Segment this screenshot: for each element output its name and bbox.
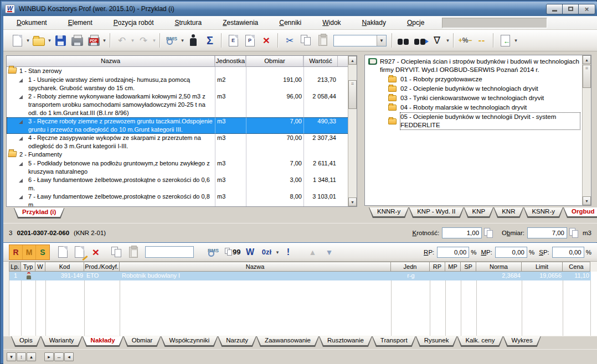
res-column-header-limit[interactable]: Limit: [522, 262, 563, 272]
move-down-button[interactable]: ▼: [322, 245, 336, 260]
copy-resource-button[interactable]: [110, 245, 124, 260]
m-button[interactable]: M: [23, 245, 36, 259]
snap-button[interactable]: ◂: [64, 352, 74, 361]
search-input[interactable]: [334, 35, 377, 46]
snap-button[interactable]: ↔: [54, 352, 64, 361]
print-pdf-button[interactable]: PDF: [86, 33, 101, 48]
detail-tab-opis[interactable]: Opis: [11, 336, 41, 347]
copy-button[interactable]: [299, 33, 313, 48]
move-up-button[interactable]: ▲: [305, 245, 320, 260]
paste-resource-button[interactable]: [126, 245, 141, 260]
element-page-button[interactable]: E: [226, 33, 240, 48]
catalog-tab-knr[interactable]: KNR: [493, 207, 523, 218]
w-button[interactable]: W: [243, 245, 257, 260]
menu-struktura[interactable]: Struktura: [168, 17, 208, 28]
minimize-button[interactable]: [547, 4, 563, 14]
rp-input[interactable]: [437, 247, 469, 258]
new-document-dropdown[interactable]: ▾: [25, 38, 30, 43]
catalog-item-01[interactable]: 01 - Roboty przygotowawcze: [388, 75, 580, 84]
detail-tab-wykres[interactable]: Wykres: [503, 336, 541, 347]
position-page-button[interactable]: P: [243, 33, 257, 48]
rms-search-dropdown[interactable]: ▾: [180, 38, 185, 43]
menu-nakłady[interactable]: Nakłady: [356, 17, 393, 28]
resource-search-input[interactable]: [145, 246, 194, 258]
estimate-item-row[interactable]: 1 - Usunięcie warstwy ziemi urodzajnej- …: [7, 76, 357, 92]
menu-zestawienia[interactable]: Zestawienia: [216, 17, 265, 28]
print-button[interactable]: [70, 33, 84, 48]
catalog-tab-knp-wyd-ii[interactable]: KNP - Wyd. II: [409, 207, 464, 218]
estimate-scrollbar[interactable]: ▲ ▼: [348, 56, 357, 206]
hide-values-button[interactable]: --: [475, 33, 489, 48]
catalog-tab-orgbud[interactable]: Orgbud: [563, 207, 597, 218]
open-document-button[interactable]: [32, 33, 46, 48]
res-column-header-jedn[interactable]: Jedn: [391, 262, 430, 272]
res-column-header-lp[interactable]: Lp.: [9, 262, 21, 272]
cut-button[interactable]: ✂: [282, 33, 297, 48]
res-column-header-sp[interactable]: SP: [461, 262, 476, 272]
zero-price-button[interactable]: 0zł: [259, 245, 274, 260]
delete-button[interactable]: ×: [259, 33, 274, 48]
combobox-dropdown-icon[interactable]: ▼: [377, 35, 386, 46]
res-column-header-norma[interactable]: Norma: [476, 262, 522, 272]
detail-tab-rysunek[interactable]: Rysunek: [416, 336, 457, 347]
detail-tab-obmiar[interactable]: Obmiar: [123, 336, 161, 347]
copy-krotnosc-icon[interactable]: [484, 227, 494, 238]
estimate-item-row[interactable]: 2 - Roboty ziemne wykonywane ładowarkami…: [7, 92, 357, 117]
filter-dropdown[interactable]: ▾: [445, 38, 450, 43]
splitter-button[interactable]: ↕: [17, 352, 26, 361]
rms-lookup-button[interactable]: RMS: [206, 245, 220, 260]
detail-tab-zaawansowanie[interactable]: Zaawansowanie: [256, 336, 319, 347]
column-header-wartosc[interactable]: Wartość: [303, 56, 338, 66]
catalog-tab-ksnr-y[interactable]: KSNR-y: [523, 207, 563, 218]
detail-tab-kalk-ceny[interactable]: Kalk. ceny: [457, 336, 503, 347]
filter-button[interactable]: ∇: [430, 33, 444, 48]
new-resource-button[interactable]: [55, 245, 70, 260]
res-column-header-w[interactable]: W: [35, 262, 45, 272]
zero-price-dropdown[interactable]: ▾: [275, 249, 280, 255]
catalog-tab-knp[interactable]: KNP: [464, 207, 494, 218]
scroll-up-icon[interactable]: ▲: [583, 55, 591, 64]
r-button[interactable]: R: [9, 245, 23, 259]
toolbar-search-combobox[interactable]: ▼: [333, 35, 387, 46]
maximize-button[interactable]: [563, 4, 579, 14]
mp-input[interactable]: [495, 247, 527, 258]
res-column-header-nazwa[interactable]: Nazwa: [120, 262, 391, 272]
important-button[interactable]: !: [281, 245, 295, 260]
sum-button[interactable]: Σ: [203, 33, 217, 48]
close-button[interactable]: ×: [579, 4, 595, 14]
estimate-group-row[interactable]: 1 - Stan zerowy: [7, 67, 357, 76]
res-column-header-prod-kodyf[interactable]: Prod./Kodyf.: [84, 262, 120, 272]
redo-dropdown[interactable]: ▾: [152, 38, 157, 43]
scroll-thumb[interactable]: [348, 80, 357, 109]
menu-widok[interactable]: Widok: [316, 17, 347, 28]
menu-element[interactable]: Element: [61, 17, 99, 28]
s-button[interactable]: S: [36, 245, 49, 259]
percent-button[interactable]: +%−: [458, 33, 472, 48]
catalog-item-02[interactable]: 02 - Ocieplenie budynków w technologiach…: [388, 85, 580, 93]
detail-tab-rusztowanie[interactable]: Rusztowanie: [319, 336, 372, 347]
menu-pozycja-robót[interactable]: Pozycja robót: [107, 17, 161, 28]
paste-button[interactable]: [316, 33, 330, 48]
catalog-item-04[interactable]: 04 - Roboty malarskie w technologiach dr…: [388, 103, 580, 112]
detail-tab-warianty[interactable]: Warianty: [41, 336, 83, 347]
res-column-header-typ[interactable]: Typ: [21, 262, 35, 272]
catalog-scrollbar[interactable]: ▲ ▼: [582, 55, 591, 205]
find-next-button[interactable]: [413, 33, 428, 48]
scroll-down-icon[interactable]: ▼: [583, 196, 591, 205]
count-pages-button[interactable]: 99: [223, 245, 240, 260]
print-pdf-dropdown[interactable]: ▾: [102, 38, 107, 43]
find-button[interactable]: [397, 33, 411, 48]
copy-obmiar-icon[interactable]: [569, 227, 579, 238]
res-column-header-kod[interactable]: Kod: [45, 262, 84, 272]
undo-button[interactable]: ↶: [115, 33, 129, 48]
new-document-button[interactable]: [10, 33, 24, 48]
detail-tab-transport[interactable]: Transport: [372, 336, 416, 347]
detail-tab-narzuty[interactable]: Narzuty: [218, 336, 256, 347]
import-dropdown[interactable]: ▾: [513, 38, 518, 43]
estimator-button[interactable]: [186, 33, 200, 48]
menu-dokument[interactable]: Dokument: [10, 17, 54, 28]
scroll-thumb[interactable]: [583, 65, 591, 88]
estimate-item-row[interactable]: 7 - Ławy fundamentowe żelbetowe,prostoką…: [7, 193, 357, 207]
estimate-item-row[interactable]: 4 - Ręczne zasypywanie wykopów ze skarpa…: [7, 134, 357, 150]
import-button[interactable]: ←: [498, 33, 512, 48]
